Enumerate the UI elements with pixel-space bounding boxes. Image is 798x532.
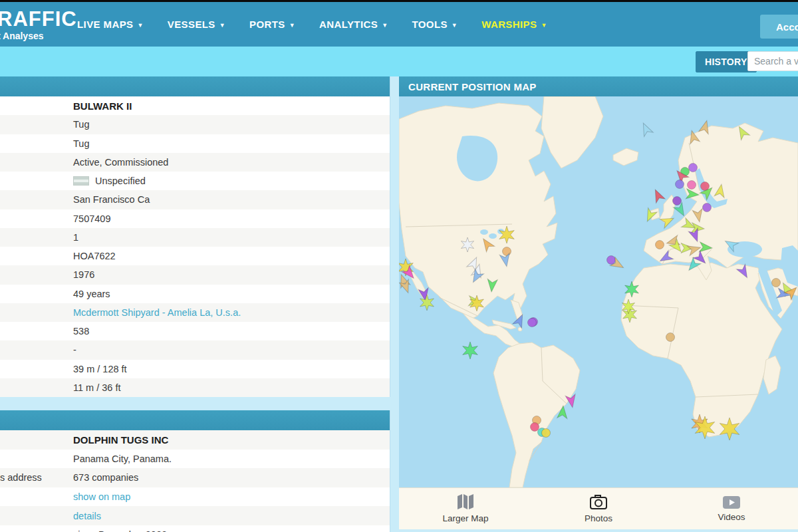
row-value-link[interactable]: Mcdermott Shipyard - Amelia La, U.s.a. bbox=[73, 307, 241, 318]
menu-item-vessels[interactable]: VESSELS▼ bbox=[168, 19, 225, 30]
menu-item-ports[interactable]: PORTS▼ bbox=[249, 19, 295, 30]
row-value: 673 companies bbox=[73, 472, 138, 483]
vessel-marker[interactable] bbox=[656, 241, 664, 249]
vessel-marker[interactable] bbox=[531, 423, 539, 432]
site-logo-tagline: t Analyses bbox=[0, 31, 77, 41]
menu-item-label: TOOLS bbox=[412, 19, 447, 30]
table-row: BULWARK II bbox=[0, 96, 390, 115]
site-logo-title: RAFFIC bbox=[0, 8, 77, 31]
table-row: Panama City, Panama. bbox=[0, 450, 390, 469]
footer-button-label: Larger Map bbox=[442, 513, 488, 523]
table-row: Mcdermott Shipyard - Amelia La, U.s.a. bbox=[0, 303, 390, 322]
flag-unspecified-icon bbox=[73, 176, 89, 186]
menu-item-label: LIVE MAPS bbox=[77, 19, 133, 30]
chevron-down-icon: ▼ bbox=[137, 21, 143, 29]
vessel-marker[interactable] bbox=[689, 164, 698, 172]
row-value: Active, Commissioned bbox=[73, 157, 168, 168]
map-icon bbox=[457, 494, 474, 510]
larger-map-button[interactable]: Larger Map bbox=[399, 488, 532, 529]
great-lake bbox=[489, 233, 497, 239]
menu-item-label: VESSELS bbox=[168, 19, 215, 30]
table-row: HOA7622 bbox=[0, 247, 390, 265]
row-value-link[interactable]: show on map bbox=[73, 491, 130, 502]
row-value: Panama City, Panama. bbox=[73, 454, 172, 464]
menu-item-live-maps[interactable]: LIVE MAPS▼ bbox=[77, 19, 144, 30]
vessel-marker[interactable] bbox=[607, 256, 616, 265]
row-value: 1 bbox=[73, 232, 78, 243]
table-row: 7507409 bbox=[0, 209, 390, 228]
menu-item-analytics[interactable]: ANALYTICS▼ bbox=[319, 19, 388, 30]
site-logo[interactable]: RAFFIC t Analyses bbox=[0, 8, 77, 41]
table-row: DOLPHIN TUGS INC bbox=[0, 430, 390, 450]
photos-button[interactable]: Photos bbox=[532, 488, 665, 529]
table-row: 1 bbox=[0, 228, 390, 247]
vessel-marker[interactable] bbox=[688, 181, 696, 190]
table-row: Unspecified bbox=[0, 172, 390, 190]
table-row: - bbox=[0, 340, 390, 359]
vessel-marker[interactable] bbox=[673, 197, 682, 205]
chevron-down-icon: ▼ bbox=[541, 21, 547, 29]
row-value: DOLPHIN TUGS INC bbox=[73, 434, 168, 446]
row-value: 538 bbox=[73, 326, 89, 336]
company-panel-header bbox=[0, 410, 390, 430]
videos-button[interactable]: Videos bbox=[665, 488, 798, 529]
row-value: 39 m / 128 ft bbox=[73, 364, 127, 374]
menu-item-label: ANALYTICS bbox=[319, 19, 378, 30]
row-value: BULWARK II bbox=[73, 100, 132, 112]
menu-item-tools[interactable]: TOOLS▼ bbox=[412, 19, 458, 30]
vessel-details-table: BULWARK IITugTugActive, CommissionedUnsp… bbox=[0, 96, 390, 397]
vessel-marker[interactable] bbox=[503, 247, 511, 256]
main-nav-bar: RAFFIC t Analyses LIVE MAPS▼VESSELS▼PORT… bbox=[0, 2, 798, 47]
chevron-down-icon: ▼ bbox=[219, 21, 225, 29]
great-lake bbox=[480, 229, 488, 235]
row-value: San Francisco Ca bbox=[73, 194, 150, 205]
row-value: Tug bbox=[73, 138, 89, 149]
chevron-down-icon: ▼ bbox=[289, 21, 295, 29]
vessel-marker[interactable] bbox=[703, 203, 712, 212]
main-menu: LIVE MAPS▼VESSELS▼PORTS▼ANALYTICS▼TOOLS▼… bbox=[77, 2, 547, 47]
table-row: San Francisco Ca bbox=[0, 190, 390, 209]
world-map-canvas bbox=[399, 96, 798, 487]
chevron-down-icon: ▼ bbox=[452, 21, 458, 29]
vessel-search-input[interactable] bbox=[747, 51, 798, 71]
chevron-down-icon: ▼ bbox=[382, 21, 388, 29]
secondary-bar bbox=[0, 47, 798, 76]
vessel-marker[interactable] bbox=[666, 333, 675, 342]
vessel-details-panel: BULWARK IITugTugActive, CommissionedUnsp… bbox=[0, 76, 390, 397]
map-panel-title: CURRENT POSITION MAP bbox=[408, 81, 537, 92]
vessel-marker[interactable] bbox=[676, 180, 684, 189]
company-details-table: DOLPHIN TUGS INCPanama City, Panama.s ad… bbox=[0, 430, 390, 532]
vessel-panel-header bbox=[0, 76, 390, 96]
row-value: 49 years bbox=[73, 289, 110, 299]
table-row: 1976 bbox=[0, 265, 390, 284]
table-row: details bbox=[0, 506, 390, 525]
row-value-link[interactable]: details bbox=[73, 511, 101, 521]
camera-icon bbox=[589, 494, 608, 510]
row-value: 1976 bbox=[73, 269, 94, 280]
table-row: 538 bbox=[0, 322, 390, 340]
row-value: since December 2022 bbox=[73, 529, 167, 532]
row-value: 7507409 bbox=[73, 213, 110, 224]
table-row: s address673 companies bbox=[0, 468, 390, 487]
row-value: Unspecified bbox=[73, 176, 146, 186]
table-row: Tug bbox=[0, 134, 390, 153]
company-details-panel: DOLPHIN TUGS INCPanama City, Panama.s ad… bbox=[0, 410, 390, 532]
vessel-marker[interactable] bbox=[772, 279, 781, 287]
row-value: 11 m / 36 ft bbox=[73, 382, 120, 393]
table-row: show on map bbox=[0, 487, 390, 507]
account-button[interactable]: Accou bbox=[760, 15, 798, 39]
video-icon bbox=[723, 496, 740, 509]
current-position-map[interactable] bbox=[399, 96, 798, 487]
table-row: Tug bbox=[0, 115, 390, 134]
table-row: 39 m / 128 ft bbox=[0, 360, 390, 378]
vessel-marker[interactable] bbox=[528, 319, 537, 327]
row-value: HOA7622 bbox=[73, 251, 116, 261]
map-panel-header: CURRENT POSITION MAP bbox=[399, 76, 798, 96]
map-footer-bar: Larger MapPhotosVideos bbox=[399, 487, 798, 529]
table-row: 11 m / 36 ft bbox=[0, 378, 390, 397]
row-value: - bbox=[73, 344, 76, 355]
row-label: s address bbox=[0, 472, 73, 483]
table-row: Active, Commissioned bbox=[0, 153, 390, 172]
menu-item-warships[interactable]: WARSHIPS▼ bbox=[481, 19, 547, 30]
vessel-marker[interactable] bbox=[542, 429, 551, 438]
